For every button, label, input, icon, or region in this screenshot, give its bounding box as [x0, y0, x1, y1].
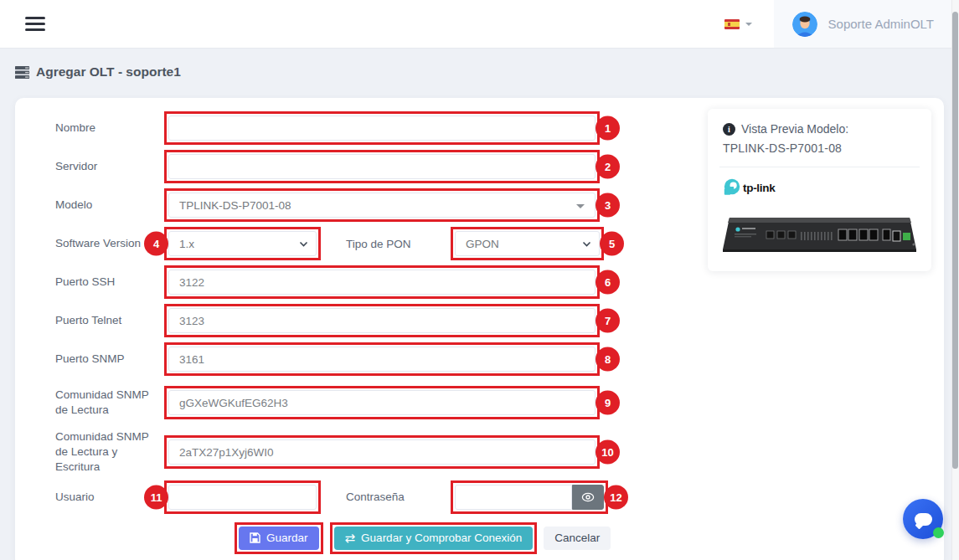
- top-navbar: Soporte AdminOLT: [0, 0, 959, 48]
- annotation-badge-11: 11: [144, 485, 168, 509]
- svg-text:tp-link: tp-link: [743, 182, 776, 194]
- tipo-pon-select[interactable]: GPON: [455, 231, 600, 256]
- chat-widget-button[interactable]: [903, 499, 943, 539]
- scrollbar-track[interactable]: [951, 0, 959, 560]
- exchange-arrows-icon: ⇄: [345, 532, 356, 544]
- divider: [719, 167, 920, 167]
- snmp-read-input[interactable]: [168, 390, 596, 415]
- annotation-box-7: 7: [164, 304, 600, 337]
- scrollbar-thumb[interactable]: [952, 12, 958, 469]
- form-card: Nombre 1 Servidor 2 Modelo TPLINK-DS-P70…: [15, 98, 944, 560]
- save-button[interactable]: Guardar: [239, 527, 319, 550]
- annotation-badge-12: 12: [604, 485, 628, 509]
- annotation-box-save-check: ⇄ Guardar y Comprobar Conexión: [330, 522, 538, 554]
- dropdown-triangle-icon: [576, 204, 585, 208]
- annotation-badge-9: 9: [596, 391, 620, 415]
- chevron-down-icon: [299, 239, 308, 249]
- form-actions: Guardar ⇄ Guardar y Comprobar Conexión C…: [235, 522, 944, 554]
- language-selector[interactable]: [703, 0, 774, 48]
- tplink-logo: tp-link: [723, 177, 916, 203]
- annotation-badge-7: 7: [596, 309, 620, 333]
- chevron-down-icon: [582, 239, 591, 249]
- contrasena-input[interactable]: [455, 485, 572, 510]
- save-and-test-button-label: Guardar y Comprobar Conexión: [361, 532, 522, 544]
- annotation-box-6: 6: [164, 265, 600, 299]
- avatar: [792, 12, 817, 37]
- annotation-badge-8: 8: [596, 347, 620, 372]
- cancel-button-label: Cancelar: [554, 532, 600, 544]
- nombre-label: Nombre: [55, 121, 164, 136]
- preview-title: Vista Previa Modelo:: [741, 122, 848, 136]
- spain-flag-icon: [724, 19, 740, 29]
- chevron-down-icon: [745, 23, 752, 26]
- page-title: Agregar OLT - soporte1: [15, 64, 944, 80]
- nombre-input[interactable]: [168, 116, 596, 141]
- software-version-select[interactable]: 1.x: [168, 231, 317, 256]
- password-toggle-button[interactable]: [572, 485, 604, 510]
- form-row-snmp-read: Comunidad SNMP de Lectura 9: [55, 381, 944, 424]
- model-preview-card: i Vista Previa Modelo: TPLINK-DS-P7001-0…: [708, 109, 931, 271]
- annotation-badge-3: 3: [596, 193, 620, 218]
- annotation-box-5: GPON 5: [451, 227, 604, 260]
- eye-icon: [581, 492, 595, 502]
- menu-hamburger-icon[interactable]: [25, 13, 45, 34]
- form-row-credentials: Usuario 11 Contraseña 12: [55, 480, 944, 514]
- annotation-box-4: 1.x 4: [164, 227, 321, 260]
- annotation-box-8: 8: [164, 342, 600, 376]
- user-name: Soporte AdminOLT: [828, 17, 934, 31]
- tipo-pon-label: Tipo de PON: [321, 238, 451, 250]
- info-icon: i: [723, 123, 735, 136]
- annotation-badge-5: 5: [600, 232, 624, 256]
- annotation-box-save: Guardar: [235, 522, 323, 554]
- save-button-label: Guardar: [266, 532, 308, 544]
- annotation-box-1: 1: [164, 111, 600, 145]
- servidor-input[interactable]: [168, 154, 596, 179]
- annotation-box-3: TPLINK-DS-P7001-08 3: [164, 188, 600, 222]
- modelo-select[interactable]: TPLINK-DS-P7001-08: [168, 193, 596, 218]
- annotation-badge-10: 10: [596, 440, 620, 465]
- snmp-write-input[interactable]: [168, 439, 596, 465]
- tipo-pon-value: GPON: [466, 238, 499, 250]
- chat-bubble-icon: [915, 513, 932, 526]
- form-row-snmp-write: Comunidad SNMP de Lectura y Escritura 10: [55, 429, 944, 475]
- puerto-ssh-input[interactable]: [168, 270, 596, 295]
- annotation-badge-4: 4: [144, 232, 168, 256]
- modelo-label: Modelo: [55, 198, 164, 213]
- snmp-read-label: Comunidad SNMP de Lectura: [55, 388, 164, 418]
- form-row-puerto-telnet: Puerto Telnet 7: [55, 304, 944, 337]
- form-row-puerto-snmp: Puerto SNMP 8: [55, 342, 944, 376]
- save-and-test-button[interactable]: ⇄ Guardar y Comprobar Conexión: [334, 527, 534, 550]
- usuario-input[interactable]: [168, 485, 317, 510]
- user-menu[interactable]: Soporte AdminOLT: [774, 0, 959, 48]
- online-status-dot: [933, 527, 944, 538]
- annotation-box-10: 10: [164, 435, 600, 469]
- preview-model-name: TPLINK-DS-P7001-08: [723, 141, 916, 155]
- contrasena-label: Contraseña: [321, 491, 451, 503]
- page-title-text: Agregar OLT - soporte1: [36, 64, 181, 80]
- puerto-snmp-input[interactable]: [168, 347, 596, 372]
- servidor-label: Servidor: [55, 159, 164, 174]
- server-stack-icon: [15, 66, 29, 79]
- annotation-box-11: 11: [164, 480, 321, 514]
- modelo-select-value: TPLINK-DS-P7001-08: [179, 199, 291, 212]
- annotation-badge-6: 6: [596, 270, 620, 295]
- olt-device-image: [723, 211, 916, 259]
- puerto-telnet-input[interactable]: [168, 308, 596, 333]
- snmp-write-label: Comunidad SNMP de Lectura y Escritura: [55, 429, 164, 475]
- puerto-snmp-label: Puerto SNMP: [55, 352, 164, 367]
- annotation-box-2: 2: [164, 150, 600, 183]
- software-version-value: 1.x: [179, 238, 194, 250]
- puerto-ssh-label: Puerto SSH: [55, 275, 164, 290]
- annotation-box-9: 9: [164, 386, 600, 419]
- puerto-telnet-label: Puerto Telnet: [55, 313, 164, 328]
- annotation-badge-1: 1: [596, 116, 620, 141]
- cancel-button[interactable]: Cancelar: [544, 527, 611, 550]
- annotation-box-12: 12: [451, 480, 608, 514]
- annotation-badge-2: 2: [596, 155, 620, 179]
- save-floppy-icon: [250, 532, 260, 543]
